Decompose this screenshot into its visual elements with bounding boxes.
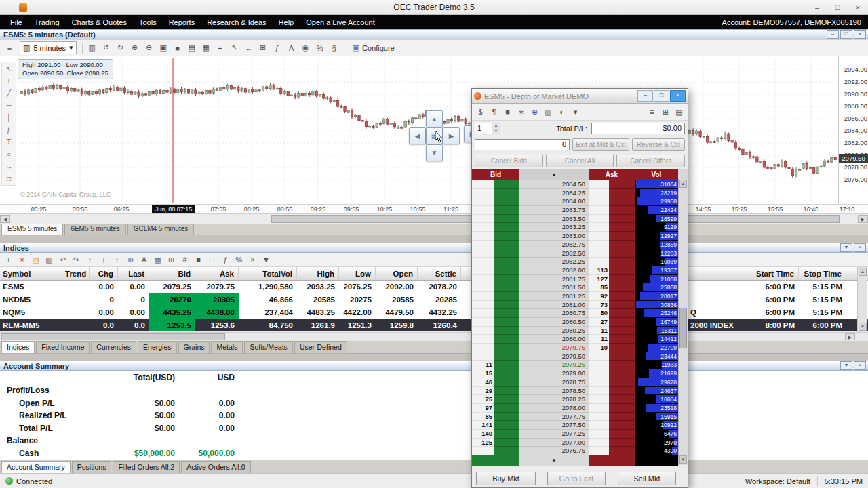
bid-footer-cell[interactable] xyxy=(472,455,519,466)
dom-ask-cell[interactable] xyxy=(609,421,635,430)
dom-ask-cell[interactable] xyxy=(609,369,635,378)
app-titlebar[interactable]: OEC Trader Demo 3.5 – □ × xyxy=(0,0,868,15)
globe-icon[interactable]: ⊕ xyxy=(528,106,541,118)
menu-open-a-live-account[interactable]: Open a Live Account xyxy=(300,18,381,26)
redo-icon[interactable]: ↷ xyxy=(70,254,83,266)
dom-bid-cell[interactable] xyxy=(494,352,519,361)
account-panel-header[interactable]: Account Summary ▾ × xyxy=(0,361,868,371)
dom-ask-cell[interactable] xyxy=(609,318,635,327)
unlock-icon[interactable]: □ xyxy=(205,254,218,266)
dom-bid-cell[interactable] xyxy=(494,197,519,206)
indicators-icon[interactable]: ƒ xyxy=(271,42,284,54)
dom-bid-qty[interactable] xyxy=(472,189,494,198)
dom-row[interactable]: 46 2078.75 29670 xyxy=(472,378,688,387)
dom-ask-qty[interactable] xyxy=(589,387,609,396)
add-symbol-icon[interactable]: + xyxy=(2,254,15,266)
chart-menu-icon[interactable]: ≡ xyxy=(3,42,16,54)
delete-symbol-icon[interactable]: × xyxy=(16,254,28,266)
layout-icon[interactable]: ⊞ xyxy=(256,42,270,54)
bid-column-header[interactable]: Bid xyxy=(472,169,519,180)
dom-ask-qty[interactable] xyxy=(589,447,609,455)
dom-row[interactable]: 75 2078.25 16684 xyxy=(472,395,688,404)
indices-row-rlm-mm5[interactable]: RLM-MM50.00.01253.51253.684,7501261.9125… xyxy=(0,319,868,332)
scroll-down-icon[interactable]: ▼ xyxy=(519,455,589,466)
dom-bid-qty[interactable]: 29 xyxy=(472,387,494,396)
dom-bid-qty[interactable] xyxy=(472,180,494,189)
price-axis[interactable]: 2094.002092.002090.002088.002086.002084.… xyxy=(838,56,868,204)
dom-row[interactable]: 85 2077.75 15915 xyxy=(472,413,688,422)
dom-ask-qty[interactable] xyxy=(589,249,609,258)
indices-col-chg[interactable]: Chg xyxy=(90,267,118,280)
snapshot-icon[interactable]: ◉ xyxy=(299,42,313,54)
dom-bid-qty[interactable] xyxy=(472,301,494,310)
dom-ask-cell[interactable] xyxy=(609,361,635,369)
dom-bid-qty[interactable] xyxy=(472,206,494,215)
dom-bid-cell[interactable] xyxy=(494,378,519,387)
chart-maximize-button[interactable]: □ xyxy=(840,30,852,39)
spinner-up-icon[interactable]: ▲ xyxy=(492,123,500,129)
font-icon[interactable]: A xyxy=(138,254,151,266)
order-entry-icon[interactable]: $ xyxy=(474,106,487,118)
open-position-field[interactable]: 0 xyxy=(475,139,570,150)
dom-row[interactable]: 125 2077.00 2970 xyxy=(472,439,688,447)
go-to-last-button[interactable]: Go to Last xyxy=(547,472,606,485)
undo-icon[interactable]: ↺ xyxy=(100,42,113,54)
market-tab-energies[interactable]: Energies xyxy=(138,341,176,353)
dom-bid-qty[interactable]: 75 xyxy=(472,395,494,404)
cancel-bids-button[interactable]: Cancel Bids xyxy=(475,155,543,167)
dom-bid-cell[interactable] xyxy=(494,266,519,275)
dom-bid-qty[interactable] xyxy=(472,197,494,206)
chart-type-icon[interactable]: ▼ xyxy=(260,254,273,266)
dom-maximize-button[interactable]: □ xyxy=(654,90,669,102)
dom-ask-qty[interactable] xyxy=(589,439,609,447)
dock-right-icon[interactable]: ▶ xyxy=(443,127,460,144)
dom-ask-qty[interactable] xyxy=(589,189,609,198)
dom-ask-qty[interactable]: 11 xyxy=(589,335,609,344)
dom-ask-qty[interactable] xyxy=(589,206,609,215)
dom-bid-cell[interactable] xyxy=(494,223,519,232)
dom-row[interactable]: 2081.00 73 30836 xyxy=(472,301,688,310)
dom-bid-cell[interactable] xyxy=(494,215,519,224)
indices-col-start[interactable]: Start Time xyxy=(751,267,799,280)
dom-row[interactable]: 29 2078.50 24637 xyxy=(472,387,688,396)
dom-row[interactable]: 2082.50 12283 xyxy=(472,249,688,258)
redo-icon[interactable]: ↻ xyxy=(114,42,127,54)
account-close-button[interactable]: × xyxy=(854,361,866,370)
ask-footer-cell[interactable] xyxy=(589,455,635,466)
dom-bid-qty[interactable] xyxy=(472,318,494,327)
market-tab-softs-meats[interactable]: Softs/Meats xyxy=(244,341,292,353)
font-icon[interactable]: A xyxy=(285,42,298,54)
indices-menu-button[interactable]: ▾ xyxy=(840,243,852,252)
menu-reports[interactable]: Reports xyxy=(163,18,201,26)
dom-ask-qty[interactable]: 80 xyxy=(589,309,609,318)
dom-ask-cell[interactable] xyxy=(609,309,635,318)
chart-scrollbar[interactable]: ◀ ▶ xyxy=(0,214,868,224)
menu-trading[interactable]: Trading xyxy=(28,18,66,26)
buy-mkt-button[interactable]: Buy Mkt xyxy=(476,472,536,485)
dom-ask-qty[interactable] xyxy=(589,241,609,249)
dom-row[interactable]: 2083.75 22424 xyxy=(472,206,688,215)
pan-icon[interactable]: ↔ xyxy=(242,42,256,54)
dom-bid-qty[interactable] xyxy=(472,309,494,318)
properties-icon[interactable]: § xyxy=(328,42,341,54)
dom-ask-qty[interactable]: 11 xyxy=(589,327,609,336)
chart-tab-esm5-5-minutes[interactable]: ESM5 5 minutes xyxy=(1,224,63,235)
dom-bid-cell[interactable] xyxy=(494,249,519,258)
indices-col-symbol[interactable]: Symbol xyxy=(0,267,62,280)
dom-bid-cell[interactable] xyxy=(494,413,519,422)
dom-ask-qty[interactable] xyxy=(589,361,609,369)
depth-list-icon[interactable]: ≡ xyxy=(646,106,658,118)
dom-ask-cell[interactable] xyxy=(609,241,635,249)
dom-bid-qty[interactable] xyxy=(472,447,494,455)
dom-bid-cell[interactable] xyxy=(494,258,519,266)
dom-row[interactable]: 15 2079.00 21699 xyxy=(472,369,688,378)
chart-panel-header[interactable]: ESM5: 5 minutes (Default) – □ × xyxy=(0,29,868,39)
chart-tab-6em5-5-minutes[interactable]: 6EM5 5 minutes xyxy=(64,224,125,235)
dom-bid-qty[interactable]: 85 xyxy=(472,413,494,422)
dom-ask-cell[interactable] xyxy=(609,413,635,422)
dom-row[interactable]: 97 2078.00 23518 xyxy=(472,404,688,413)
dom-ask-qty[interactable] xyxy=(589,223,609,232)
dom-bid-cell[interactable] xyxy=(494,318,519,327)
scroll-left-icon[interactable]: ◀ xyxy=(0,215,10,223)
lock-icon[interactable]: ■ xyxy=(171,42,184,54)
